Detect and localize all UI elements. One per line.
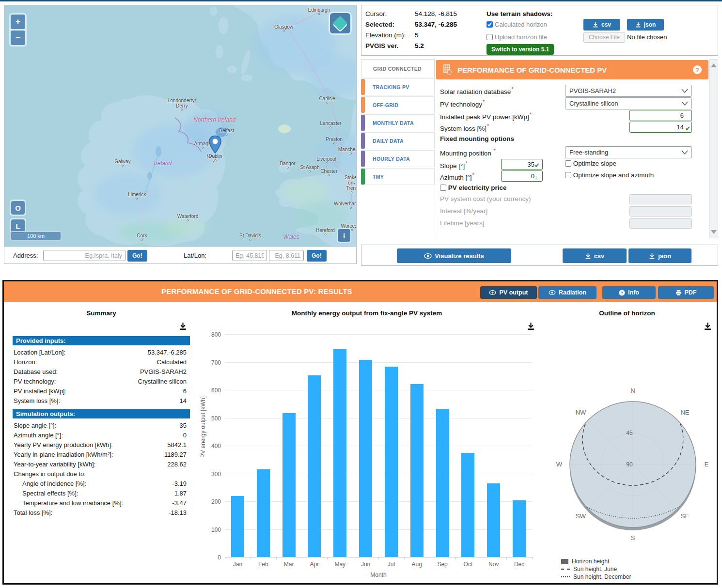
- city-dot: [351, 229, 353, 231]
- summary-row: PV installed [kWp]:6: [13, 386, 190, 396]
- results-tab-pdf[interactable]: PDF: [658, 286, 714, 299]
- x-tick: [353, 557, 353, 559]
- chevron-down-icon: [681, 150, 688, 155]
- layers-button[interactable]: [330, 13, 350, 33]
- city-dot: [214, 159, 216, 161]
- address-go-button[interactable]: Go!: [127, 250, 147, 262]
- bar-dec[interactable]: [513, 500, 526, 557]
- bar-sep[interactable]: [436, 409, 449, 557]
- lat-input[interactable]: [232, 250, 267, 261]
- bar-feb[interactable]: [257, 469, 270, 557]
- optimize-slope-checkbox[interactable]: [565, 160, 571, 167]
- interest-input[interactable]: [629, 206, 692, 217]
- lifetime-input[interactable]: [629, 218, 692, 229]
- system-cost-input[interactable]: [629, 194, 692, 204]
- results-tab-info[interactable]: ?Info: [602, 286, 656, 299]
- info-label: Selected:: [365, 21, 415, 28]
- download-icon: [593, 22, 598, 28]
- bar-jan[interactable]: [231, 496, 244, 557]
- peak-power-input[interactable]: [629, 110, 692, 121]
- city-label: Waterford: [177, 214, 199, 221]
- download-icon[interactable]: [179, 322, 187, 330]
- results-tab-radiation[interactable]: Radiation: [538, 286, 596, 299]
- city-dot: [326, 162, 328, 164]
- json-download-button[interactable]: json: [627, 19, 664, 31]
- valid-check-icon: ✔: [685, 125, 691, 132]
- zoom-in-button[interactable]: +: [11, 15, 25, 29]
- visualize-results-button[interactable]: Visualize results: [397, 248, 511, 263]
- y-tick-label: 700: [202, 359, 221, 366]
- bar-mar[interactable]: [283, 413, 296, 557]
- tab-hourly-data[interactable]: HOURLY DATA: [361, 150, 435, 167]
- results-csv-button[interactable]: csv: [563, 248, 627, 263]
- download-icon[interactable]: [704, 322, 712, 330]
- scroll-down-arrow[interactable]: [711, 230, 717, 234]
- csv-download-button[interactable]: csv: [583, 19, 620, 31]
- tab-daily-data[interactable]: DAILY DATA: [361, 132, 435, 149]
- scroll-up-arrow[interactable]: [711, 63, 717, 67]
- summary-row-label: Temperature and low irradiance [%]:: [22, 499, 123, 507]
- tab-monthly-data[interactable]: MONTHLY DATA: [361, 114, 435, 131]
- gridline: [225, 362, 532, 363]
- bar-nov[interactable]: [487, 483, 500, 557]
- results-tab-pv-output[interactable]: PV output: [480, 286, 537, 299]
- compass-label: SW: [576, 512, 586, 520]
- gridline: [225, 474, 532, 474]
- summary-row-value: 6: [183, 387, 187, 395]
- mounting-position-select[interactable]: Free-standing: [565, 146, 692, 158]
- map-marker-pin[interactable]: [208, 135, 222, 154]
- pv-price-checkbox[interactable]: [440, 185, 446, 191]
- download-icon[interactable]: [527, 322, 535, 330]
- summary-row-label: PV installed [kWp]:: [14, 387, 66, 395]
- help-icon[interactable]: ?: [693, 65, 702, 74]
- system-loss-input[interactable]: [629, 122, 692, 133]
- summary-title: Summary: [13, 309, 190, 317]
- x-axis-title: Month: [197, 572, 537, 578]
- summary-panel: Summary Provided inputs:Location [Lat/Lo…: [13, 309, 190, 517]
- bar-plot-area: PV energy output [kWh] 01002003004005006…: [225, 334, 532, 557]
- bar-apr[interactable]: [308, 375, 321, 557]
- bar-jun[interactable]: [359, 360, 372, 557]
- optimize-both-checkbox[interactable]: [565, 172, 571, 178]
- choose-file-button[interactable]: Choose File: [583, 32, 625, 43]
- results-json-button[interactable]: json: [628, 248, 691, 263]
- switch-version-button[interactable]: Switch to version 5.1: [487, 44, 554, 55]
- x-tick: [532, 557, 533, 559]
- tab-tmy[interactable]: TMY: [361, 168, 435, 185]
- lon-input[interactable]: [269, 250, 304, 261]
- optimize-slope-option[interactable]: Optimize slope: [565, 160, 616, 167]
- map-info-button[interactable]: i: [338, 229, 350, 242]
- form-scrollbar[interactable]: [709, 59, 718, 238]
- no-file-label: No file chosen: [627, 33, 667, 41]
- bar-aug[interactable]: [410, 384, 424, 557]
- bar-oct[interactable]: [461, 453, 474, 557]
- overlay-toggle-button[interactable]: O: [11, 201, 25, 215]
- info-label: Elevation (m):: [365, 31, 415, 39]
- city-dot: [350, 191, 352, 193]
- summary-row-label: Slope angle [°]:: [14, 422, 56, 429]
- city-label: Stoke-on- Trent: [345, 175, 356, 193]
- city-label: Londonderry/ Derry: [168, 98, 196, 111]
- pv-price-option[interactable]: PV electricity price: [440, 184, 507, 191]
- tab-tracking-pv[interactable]: TRACKING PV: [361, 78, 435, 95]
- bar-jul[interactable]: [385, 367, 398, 557]
- calculated-horizon-checkbox[interactable]: [487, 21, 493, 28]
- bar-may[interactable]: [333, 349, 346, 557]
- eye-icon: [549, 290, 556, 295]
- tab-off-grid[interactable]: OFF-GRID: [361, 96, 435, 113]
- technology-select[interactable]: Crystalline silicon: [565, 97, 692, 109]
- city-label: Cork: [137, 233, 147, 241]
- tab-grid-connected[interactable]: GRID CONNECTED: [361, 59, 435, 77]
- city-label: Edinburgh: [308, 7, 330, 15]
- upload-horizon-checkbox[interactable]: [487, 34, 493, 40]
- chevron-down-icon: [681, 89, 688, 93]
- x-tick-label: Feb: [258, 561, 268, 568]
- database-select[interactable]: PVGIS-SARAH2: [565, 85, 692, 97]
- address-input[interactable]: [43, 250, 126, 261]
- latlon-go-button[interactable]: Go!: [307, 250, 327, 262]
- map[interactable]: EdinburghGlasgowCarlisleLondonderry/ Der…: [4, 5, 356, 247]
- svg-text:?: ?: [621, 290, 624, 295]
- summary-row-value: 228.62: [167, 461, 187, 468]
- zoom-out-button[interactable]: −: [11, 31, 25, 45]
- optimize-both-option[interactable]: Optimize slope and azimuth: [565, 171, 654, 179]
